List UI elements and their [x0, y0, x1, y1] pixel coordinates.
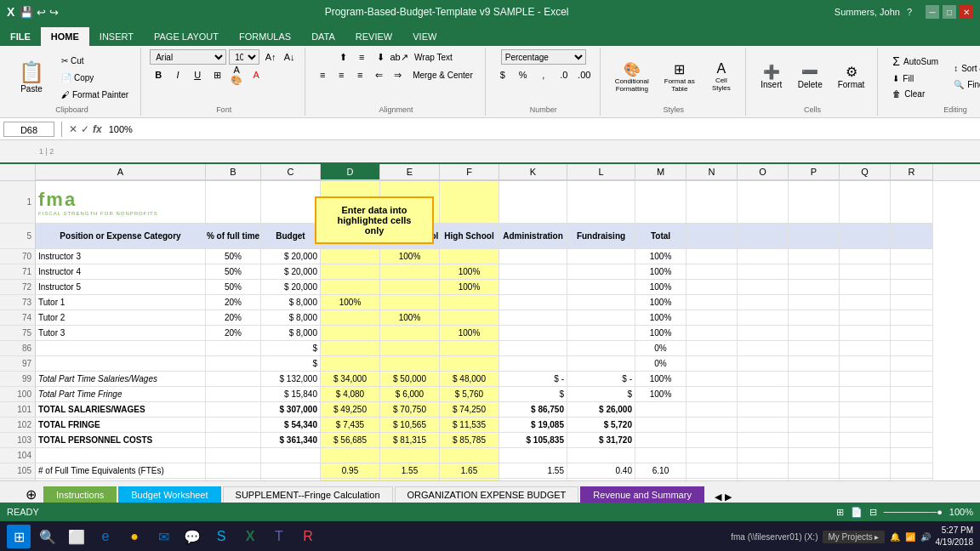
font-shrink-button[interactable]: A↓ [281, 49, 298, 65]
fx-icon[interactable]: fx [93, 123, 102, 135]
table-cell[interactable]: 100% [635, 295, 687, 310]
table-cell[interactable] [499, 448, 567, 463]
table-cell[interactable] [499, 295, 567, 310]
table-cell[interactable] [840, 448, 891, 463]
table-cell[interactable]: Total Part Time Salaries/Wages [36, 372, 206, 387]
table-cell[interactable] [36, 356, 206, 372]
format-button[interactable]: ⚙ Format [832, 53, 871, 100]
maximize-button[interactable]: □ [943, 5, 956, 19]
skype-icon[interactable]: S [209, 525, 233, 548]
table-cell[interactable] [567, 356, 635, 372]
table-cell[interactable] [789, 249, 840, 264]
start-button[interactable]: ⊞ [7, 525, 31, 548]
table-cell[interactable]: Total Part Time Fringe [36, 387, 206, 402]
table-cell[interactable]: TOTAL PERSONNEL COSTS [36, 433, 206, 448]
copy-button[interactable]: 📄 Copy [56, 70, 134, 85]
table-cell[interactable] [840, 295, 891, 310]
font-color-button[interactable]: A [248, 67, 265, 82]
table-cell[interactable] [380, 341, 440, 356]
table-cell[interactable]: $ 50,000 [380, 372, 440, 387]
table-cell[interactable] [840, 479, 891, 480]
extra-icon[interactable]: R [296, 525, 320, 548]
tab-view[interactable]: VIEW [402, 27, 447, 46]
col-header-C[interactable]: C [261, 164, 321, 180]
table-cell[interactable] [687, 341, 738, 356]
table-cell[interactable]: % of all FTEs [36, 479, 206, 480]
add-sheet-button[interactable]: ⊕ [26, 486, 37, 503]
cancel-formula-icon[interactable]: ✕ [69, 123, 77, 135]
table-cell[interactable] [840, 372, 891, 387]
table-cell[interactable] [840, 310, 891, 326]
teams-icon[interactable]: T [267, 525, 291, 548]
table-cell[interactable] [891, 402, 933, 418]
table-cell[interactable]: 100% [635, 479, 687, 480]
table-cell[interactable] [840, 280, 891, 295]
table-cell[interactable]: $ 31,720 [567, 433, 635, 448]
table-cell[interactable] [206, 433, 261, 448]
table-cell[interactable]: $ 10,565 [380, 418, 440, 433]
table-cell[interactable] [440, 249, 499, 264]
table-cell[interactable]: $ 19,085 [499, 418, 567, 433]
col-header-B[interactable]: B [206, 164, 261, 180]
table-cell[interactable]: TOTAL FRINGE [36, 418, 206, 433]
table-cell[interactable]: $ 5,760 [440, 387, 499, 402]
table-cell[interactable]: $ 70,750 [380, 402, 440, 418]
cell-1-F[interactable] [440, 181, 499, 224]
table-cell[interactable]: $ 105,835 [499, 433, 567, 448]
table-cell[interactable]: 100% [635, 326, 687, 341]
table-cell[interactable]: $ 4,080 [321, 387, 380, 402]
col-header-A[interactable]: A [36, 164, 206, 180]
increase-decimal-button[interactable]: .00 [576, 67, 593, 82]
table-cell[interactable] [499, 310, 567, 326]
delete-button[interactable]: ➖ Delete [792, 53, 829, 100]
table-cell[interactable] [891, 479, 933, 480]
table-cell[interactable] [261, 448, 321, 463]
table-cell[interactable]: $ [261, 341, 321, 356]
sort-filter-button[interactable]: ↕ Sort & Filter [948, 61, 980, 76]
table-cell[interactable] [738, 310, 789, 326]
table-cell[interactable] [738, 249, 789, 264]
table-cell[interactable] [891, 433, 933, 448]
table-cell[interactable]: 100% [321, 295, 380, 310]
table-cell[interactable] [687, 310, 738, 326]
view-normal-icon[interactable]: ⊞ [836, 507, 844, 518]
cell-1-A[interactable]: fma FISCAL STRENGTH FOR NONPROFITS [36, 181, 206, 224]
clear-button[interactable]: 🗑 Clear [886, 87, 944, 101]
col-header-D[interactable]: D [321, 164, 380, 180]
format-as-table-button[interactable]: ⊞ Format asTable [658, 53, 701, 100]
align-middle-button[interactable]: ≡ [353, 49, 370, 65]
table-cell[interactable] [261, 479, 321, 480]
table-cell[interactable] [891, 326, 933, 341]
table-cell[interactable]: $ 26,000 [567, 402, 635, 418]
table-cell[interactable] [891, 310, 933, 326]
table-cell[interactable] [687, 264, 738, 280]
table-cell[interactable] [499, 326, 567, 341]
table-cell[interactable]: $ 5,720 [567, 418, 635, 433]
redo-icon[interactable]: ↪ [49, 6, 59, 19]
conditional-formatting-button[interactable]: 🎨 ConditionalFormatting [609, 53, 655, 100]
table-cell[interactable]: 100% [635, 310, 687, 326]
table-cell[interactable] [261, 463, 321, 479]
table-cell[interactable] [687, 387, 738, 402]
decrease-decimal-button[interactable]: .0 [556, 67, 573, 82]
table-cell[interactable]: Instructor 4 [36, 264, 206, 280]
table-cell[interactable]: $ - [499, 372, 567, 387]
table-cell[interactable]: 27% [440, 479, 499, 480]
cell-styles-button[interactable]: A CellStyles [704, 53, 738, 100]
table-cell[interactable]: 100% [635, 249, 687, 264]
table-cell[interactable] [891, 341, 933, 356]
find-select-button[interactable]: 🔍 Find & Select [948, 77, 980, 92]
edge-icon[interactable]: e [94, 525, 117, 548]
table-cell[interactable] [840, 356, 891, 372]
col-header-N[interactable]: N [687, 164, 738, 180]
table-cell[interactable] [738, 295, 789, 310]
table-cell[interactable] [738, 341, 789, 356]
table-cell[interactable] [789, 448, 840, 463]
table-cell[interactable] [567, 448, 635, 463]
tab-insert[interactable]: INSERT [89, 27, 144, 46]
tab-instructions[interactable]: Instructions [43, 486, 117, 503]
table-cell[interactable]: $ 74,250 [440, 402, 499, 418]
task-view-button[interactable]: ⬜ [65, 525, 88, 548]
font-size-select[interactable]: 10 [229, 49, 259, 65]
table-cell[interactable] [789, 295, 840, 310]
